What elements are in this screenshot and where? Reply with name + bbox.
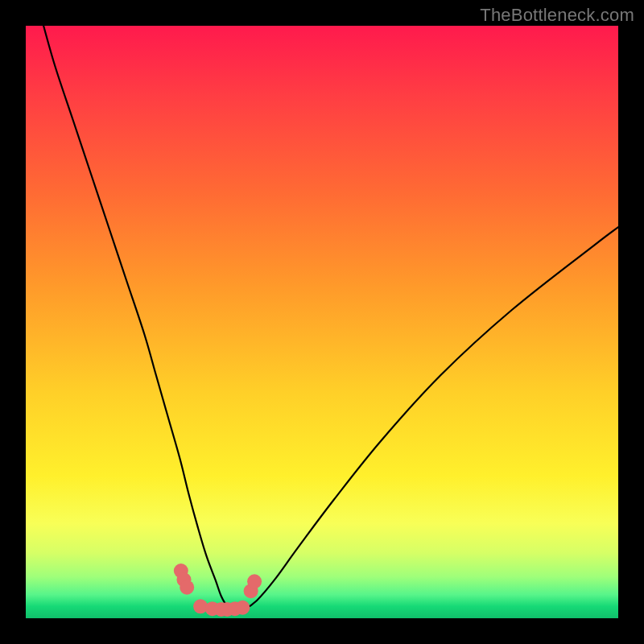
marker-dot bbox=[180, 580, 194, 595]
marker-dot bbox=[247, 574, 262, 588]
plot-area bbox=[26, 26, 618, 618]
curve-svg bbox=[26, 26, 618, 618]
marker-dot bbox=[235, 601, 250, 615]
watermark-text: TheBottleneck.com bbox=[480, 5, 634, 26]
bottleneck-curve bbox=[43, 26, 618, 610]
chart-frame: TheBottleneck.com bbox=[0, 0, 644, 644]
dot-markers bbox=[174, 564, 262, 617]
